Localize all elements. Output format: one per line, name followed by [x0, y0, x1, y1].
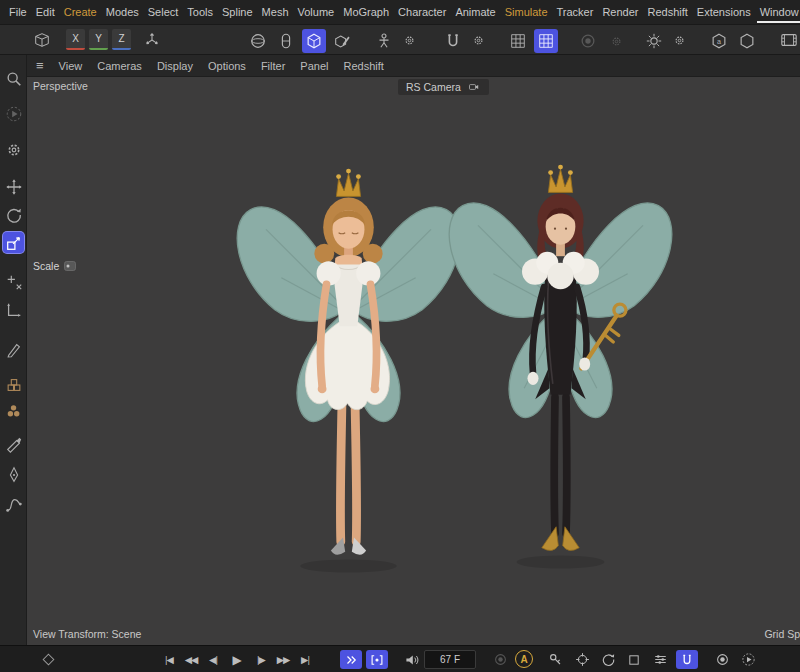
joint-tool-icon[interactable]	[372, 29, 396, 53]
capsule-primitive-icon[interactable]	[274, 29, 298, 53]
workplane-icon[interactable]	[30, 28, 54, 52]
rotate-tool-icon[interactable]	[3, 204, 24, 225]
view-transform-status: View Transform: Scene	[33, 628, 141, 640]
render-film-icon[interactable]	[777, 28, 800, 52]
tool-palette	[0, 55, 27, 645]
viewport-column: ≡ View Cameras Display Options Filter Pa…	[27, 55, 800, 645]
record-rotation-button[interactable]	[598, 650, 618, 669]
sphere-primitive-icon[interactable]	[246, 29, 270, 53]
keyframe-diamond-icon[interactable]	[38, 650, 58, 669]
vpmenu-filter[interactable]: Filter	[261, 60, 285, 72]
menu-select[interactable]: Select	[147, 6, 180, 18]
axis-z-button[interactable]: Z	[112, 29, 131, 50]
grid-array-icon[interactable]	[506, 29, 530, 53]
menubar: File Edit Create Modes Select Tools Spli…	[0, 0, 800, 25]
field-light-icon[interactable]	[642, 29, 666, 53]
polygon-pen-icon[interactable]	[330, 29, 354, 53]
menu-animate[interactable]: Animate	[454, 6, 496, 18]
prev-key-button[interactable]: ◀◀	[180, 650, 202, 669]
camera-label: RS Camera	[406, 81, 461, 93]
sound-toggle-button[interactable]	[402, 650, 422, 669]
prev-frame-button[interactable]: ◀|	[202, 650, 224, 669]
move-tool-icon[interactable]	[3, 176, 24, 197]
axis-x-button[interactable]: X	[66, 29, 85, 50]
menu-file[interactable]: File	[8, 6, 28, 18]
autokey-button[interactable]: A	[515, 650, 533, 668]
transform-tool-icon[interactable]	[3, 271, 24, 292]
scale-tool-icon[interactable]	[3, 232, 24, 253]
hexagon-a-icon[interactable]	[707, 29, 731, 53]
menu-character[interactable]: Character	[397, 6, 447, 18]
menu-redshift[interactable]: Redshift	[646, 6, 688, 18]
view-label: Perspective	[33, 80, 88, 92]
vpmenu-view[interactable]: View	[59, 60, 83, 72]
pen-tool-icon[interactable]	[3, 464, 24, 485]
vpmenu-display[interactable]: Display	[157, 60, 193, 72]
play-button[interactable]: ▶	[224, 650, 250, 669]
magnet-tool-icon[interactable]	[441, 29, 465, 53]
viewport-menubar: ≡ View Cameras Display Options Filter Pa…	[27, 55, 800, 77]
disabled-tool-icon[interactable]	[576, 29, 600, 53]
keyframe-key-button[interactable]	[545, 650, 565, 669]
vpmenu-redshift[interactable]: Redshift	[343, 60, 383, 72]
record-position-button[interactable]	[572, 650, 592, 669]
vpmenu-panel[interactable]: Panel	[300, 60, 328, 72]
hamburger-icon[interactable]: ≡	[36, 58, 44, 73]
menu-create[interactable]: Create	[63, 6, 98, 18]
cube-primitive-icon[interactable]	[302, 29, 326, 53]
menu-window[interactable]: Window	[759, 6, 800, 18]
fairy-character-dark[interactable]	[434, 133, 687, 573]
menu-volume[interactable]: Volume	[297, 6, 336, 18]
axis-lock-buttons: X Y Z	[66, 29, 131, 50]
axis-y-button[interactable]: Y	[89, 29, 108, 50]
axis-gizmo-icon[interactable]	[140, 28, 164, 52]
vpmenu-cameras[interactable]: Cameras	[97, 60, 142, 72]
tool-hint-label: Scale	[33, 260, 59, 272]
axis-tool-icon[interactable]	[3, 299, 24, 320]
volume-builder-tool-icon[interactable]	[3, 374, 24, 395]
selection-pen-tool-icon[interactable]	[3, 339, 24, 360]
next-key-button[interactable]: ▶▶	[272, 650, 294, 669]
timeline-option-button-2[interactable]	[738, 650, 758, 669]
menu-tools[interactable]: Tools	[186, 6, 214, 18]
menu-modes[interactable]: Modes	[105, 6, 140, 18]
record-parameter-button[interactable]	[624, 650, 644, 669]
disabled-gear-icon[interactable]	[604, 29, 628, 53]
camera-badge[interactable]: RS Camera	[398, 79, 489, 95]
perspective-viewport[interactable]: Perspective RS Camera Scale	[27, 77, 800, 645]
hexagon-icon[interactable]	[735, 29, 759, 53]
menu-extensions[interactable]: Extensions	[696, 6, 752, 18]
simulation-gear-icon[interactable]	[466, 28, 490, 52]
goto-end-button[interactable]: ▶|	[294, 650, 316, 669]
vpmenu-options[interactable]: Options	[208, 60, 246, 72]
record-pla-button[interactable]	[650, 650, 670, 669]
menu-mograph[interactable]: MoGraph	[342, 6, 390, 18]
timeline-bar: |◀ ◀◀ ◀| ▶ |▶ ▶▶ ▶| A	[0, 645, 800, 672]
tool-hint: Scale	[33, 260, 76, 272]
menu-render[interactable]: Render	[601, 6, 639, 18]
menu-mesh[interactable]: Mesh	[261, 6, 290, 18]
toolbar-center-group	[246, 28, 759, 54]
goto-start-button[interactable]: |◀	[158, 650, 180, 669]
playback-mode-button[interactable]	[340, 650, 362, 669]
knife-tool-icon[interactable]	[3, 434, 24, 455]
settings-tool-icon[interactable]	[3, 139, 24, 160]
menu-simulate[interactable]: Simulate	[504, 6, 549, 18]
light-gear-icon[interactable]	[667, 28, 691, 52]
loop-range-button[interactable]	[366, 650, 388, 669]
record-button[interactable]	[490, 650, 510, 669]
menu-spline[interactable]: Spline	[221, 6, 254, 18]
snap-toggle-button[interactable]	[676, 650, 698, 669]
menu-edit[interactable]: Edit	[35, 6, 56, 18]
timeline-option-button-1[interactable]	[712, 650, 732, 669]
zoom-tool-icon[interactable]	[3, 68, 24, 89]
dynamics-gear-icon[interactable]	[397, 28, 421, 52]
spline-tool-icon[interactable]	[3, 494, 24, 515]
camera-icon	[467, 81, 481, 93]
render-region-tool-icon[interactable]	[3, 103, 24, 124]
next-frame-button[interactable]: |▶	[250, 650, 272, 669]
cluster-tool-icon[interactable]	[3, 400, 24, 421]
grid-snap-icon[interactable]	[534, 29, 558, 53]
frame-number-input[interactable]	[424, 650, 476, 669]
menu-tracker[interactable]: Tracker	[556, 6, 595, 18]
